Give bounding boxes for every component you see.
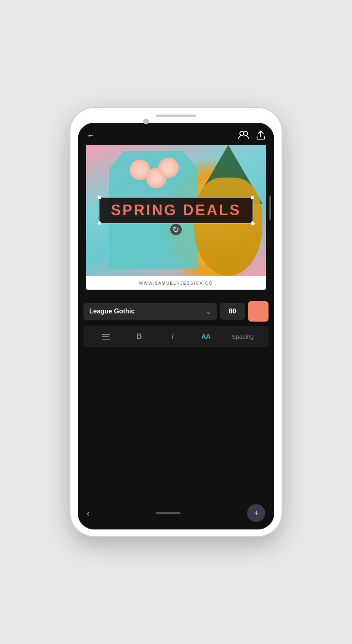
font-size-box[interactable]: 80 (220, 303, 245, 320)
font-name-label: League Gothic (89, 308, 135, 315)
home-pill[interactable] (156, 512, 181, 514)
url-text: WWW.SAMUELNJESSICA.CO (139, 281, 213, 286)
collaborators-icon[interactable] (238, 131, 249, 140)
front-camera (143, 119, 149, 124)
tool-panel: League Gothic ⌄ 80 B (78, 294, 274, 498)
canvas-area: SPRING DEALS ↻ WWW.SAMUELNJESSICA.CO (78, 145, 274, 290)
chevron-down-icon: ⌄ (206, 308, 211, 315)
url-strip: WWW.SAMUELNJESSICA.CO (86, 276, 266, 290)
handle-br[interactable] (251, 221, 254, 225)
text-box[interactable]: SPRING DEALS (99, 197, 253, 224)
flowers-decoration (126, 155, 198, 201)
spacing-button[interactable]: Spacing (223, 333, 263, 340)
font-row: League Gothic ⌄ 80 (83, 301, 269, 322)
phone-screen: ← (78, 123, 274, 529)
back-nav-arrow[interactable]: ‹ (87, 509, 90, 518)
scroll-indicator[interactable] (269, 196, 271, 220)
flower-3 (158, 158, 179, 178)
color-swatch[interactable] (248, 301, 269, 322)
handle-tr[interactable] (251, 196, 254, 199)
bold-button[interactable]: B (123, 330, 156, 343)
spring-deals-text: SPRING DEALS (111, 202, 241, 218)
canvas-image: SPRING DEALS ↻ (86, 145, 266, 276)
bottom-bar: ‹ + (78, 498, 274, 529)
aa-button[interactable]: AA (190, 331, 223, 343)
handle-bl[interactable] (98, 221, 101, 225)
align-button[interactable] (89, 331, 123, 342)
text-overlay[interactable]: SPRING DEALS ↻ (99, 197, 253, 224)
top-bar: ← (78, 123, 274, 145)
back-button[interactable]: ← (87, 131, 95, 140)
phone-frame: ← (70, 107, 282, 537)
handle-tl[interactable] (98, 196, 101, 199)
share-icon[interactable] (256, 130, 265, 140)
phone-speaker (156, 115, 196, 117)
italic-button[interactable]: I (156, 330, 190, 343)
design-canvas[interactable]: SPRING DEALS ↻ WWW.SAMUELNJESSICA.CO (86, 145, 266, 290)
pineapple-body (194, 178, 262, 276)
format-row: B I AA Spacing (83, 326, 269, 347)
text-refresh-icon[interactable]: ↻ (170, 224, 182, 235)
font-selector[interactable]: League Gothic ⌄ (83, 303, 217, 320)
add-button[interactable]: + (247, 504, 265, 522)
